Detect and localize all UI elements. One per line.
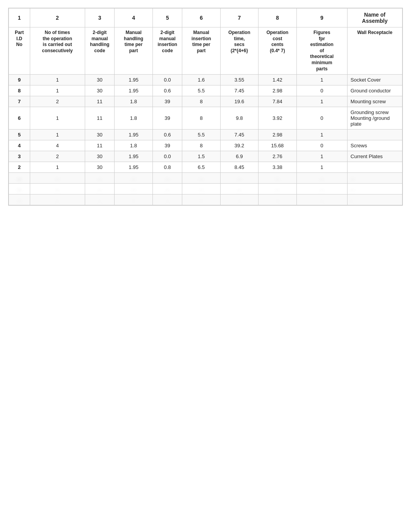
cell-insertion-code: ...: [152, 173, 182, 184]
cell-name: Grounding screwMounting /groundplate: [347, 107, 402, 130]
table-body: 91301.950.01.63.551.421Socket Cover81301…: [9, 75, 402, 205]
cell-handling-time: 1.95: [115, 162, 152, 173]
col-num-9: 9: [296, 9, 347, 27]
table-row: 32301.950.01.56.92.761Current Plates: [9, 151, 402, 162]
cell-insertion-time: 1.6: [182, 75, 220, 85]
cell-no-times: 1: [30, 130, 85, 140]
cell-handling-time: .: [115, 194, 152, 205]
table-row: 21301.950.86.58.453.381: [9, 162, 402, 173]
cell-no-times: ..: [30, 184, 85, 194]
table-row: 81301.950.65.57.452.980Ground conductor: [9, 85, 402, 96]
cell-op-cost: .: [259, 194, 296, 205]
cell-handling-code: ...: [85, 173, 115, 184]
cell-insertion-time: 8: [182, 140, 220, 151]
cell-op-cost: 2.76: [259, 151, 296, 162]
col-num-4: 4: [115, 9, 152, 27]
cell-part-id: 9: [9, 75, 30, 85]
cell-no-times: 2: [30, 96, 85, 107]
cell-insertion-code: 39: [152, 96, 182, 107]
cell-op-cost: 3.38: [259, 162, 296, 173]
cell-handling-code: 30: [85, 162, 115, 173]
cell-part-id: ..: [9, 184, 30, 194]
cell-insertion-code: 0.0: [152, 75, 182, 85]
header-manual-insertion-time: Manualinsertiontime perpart: [182, 27, 220, 75]
cell-figures: ...: [296, 173, 347, 184]
cell-handling-code: .: [85, 194, 115, 205]
cell-insertion-time: 5.5: [182, 130, 220, 140]
cell-name: Mounting screw: [347, 96, 402, 107]
cell-op-time: 19.6: [220, 96, 258, 107]
cell-no-times: .: [30, 194, 85, 205]
column-header-row: PartI.DNo No of timesthe operationis car…: [9, 27, 402, 75]
cell-figures: ..: [296, 184, 347, 194]
cell-insertion-code: 0.6: [152, 130, 182, 140]
cell-insertion-code: ..: [152, 184, 182, 194]
col-num-2: 2: [30, 9, 85, 27]
cell-name: .: [347, 194, 402, 205]
cell-name: [347, 130, 402, 140]
header-wall-receptacle: Wall Receptacle: [347, 27, 402, 75]
cell-op-time: 7.45: [220, 85, 258, 96]
cell-handling-code: 11: [85, 140, 115, 151]
cell-op-time: ...: [220, 173, 258, 184]
cell-insertion-code: 0.6: [152, 85, 182, 96]
cell-handling-code: 30: [85, 85, 115, 96]
cell-handling-time: ...: [115, 173, 152, 184]
cell-handling-time: 1.95: [115, 85, 152, 96]
cell-handling-code: 30: [85, 75, 115, 85]
cell-insertion-time: 8: [182, 107, 220, 130]
cell-insertion-time: .: [182, 194, 220, 205]
cell-handling-time: 1.8: [115, 107, 152, 130]
cell-handling-time: 1.95: [115, 151, 152, 162]
cell-op-cost: 15.68: [259, 140, 296, 151]
cell-handling-time: 1.8: [115, 96, 152, 107]
col-num-8: 8: [259, 9, 296, 27]
header-no-times: No of timesthe operationis carried outco…: [30, 27, 85, 75]
cell-part-id: 5: [9, 130, 30, 140]
cell-figures: 0: [296, 140, 347, 151]
cell-part-id: 4: [9, 140, 30, 151]
cell-figures: 1: [296, 96, 347, 107]
cell-insertion-time: ...: [182, 173, 220, 184]
cell-no-times: 1: [30, 85, 85, 96]
header-operation-time: Operationtime,secs(2*{4+6}: [220, 27, 258, 75]
cell-figures: 1: [296, 151, 347, 162]
cell-insertion-time: 1.5: [182, 151, 220, 162]
cell-figures: .: [296, 194, 347, 205]
cell-name: Ground conductor: [347, 85, 402, 96]
table-row: 91301.950.01.63.551.421Socket Cover: [9, 75, 402, 85]
cell-op-time: 39.2: [220, 140, 258, 151]
cell-figures: 0: [296, 85, 347, 96]
cell-op-cost: ..: [259, 184, 296, 194]
cell-handling-time: 1.95: [115, 130, 152, 140]
cell-insertion-code: 39: [152, 107, 182, 130]
cell-part-id: 7: [9, 96, 30, 107]
table-row: ..........: [9, 194, 402, 205]
table-row: 72111.839819.67.841Mounting screw: [9, 96, 402, 107]
cell-no-times: 2: [30, 151, 85, 162]
cell-name: Current Plates: [347, 151, 402, 162]
cell-op-cost: 2.98: [259, 85, 296, 96]
cell-insertion-code: 0.0: [152, 151, 182, 162]
table-row: 44111.839839.215.680Screws: [9, 140, 402, 151]
cell-op-time: 6.9: [220, 151, 258, 162]
assembly-table: 1 2 3 4 5 6 7 8 9 Name ofAssembly PartI.…: [8, 8, 403, 206]
cell-op-cost: 1.42: [259, 75, 296, 85]
cell-part-id: 3: [9, 151, 30, 162]
cell-op-cost: ...: [259, 173, 296, 184]
cell-op-cost: 2.98: [259, 130, 296, 140]
cell-insertion-code: .: [152, 194, 182, 205]
cell-insertion-time: 6.5: [182, 162, 220, 173]
col-num-6: 6: [182, 9, 220, 27]
cell-handling-code: 11: [85, 107, 115, 130]
cell-op-cost: 7.84: [259, 96, 296, 107]
cell-insertion-time: 8: [182, 96, 220, 107]
cell-no-times: 1: [30, 162, 85, 173]
header-operation-cost: Operationcostcents(0.4* 7): [259, 27, 296, 75]
col-num-5: 5: [152, 9, 182, 27]
cell-part-id: 6: [9, 107, 30, 130]
cell-part-id: 8: [9, 85, 30, 96]
cell-no-times: 1: [30, 107, 85, 130]
column-number-row: 1 2 3 4 5 6 7 8 9 Name ofAssembly: [9, 9, 402, 27]
cell-op-cost: 3.92: [259, 107, 296, 130]
